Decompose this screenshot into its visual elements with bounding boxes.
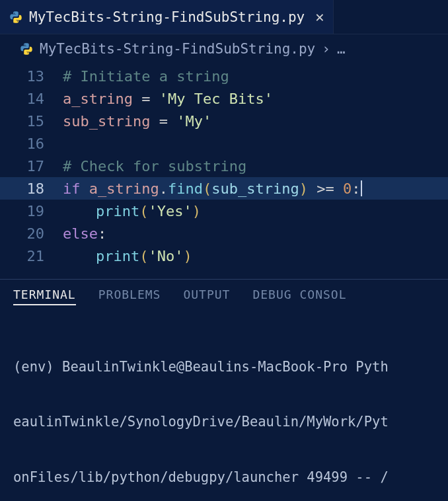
line-number: 13 (0, 68, 63, 85)
code-token-var: a_string (89, 180, 159, 197)
python-icon (9, 11, 22, 24)
code-token-keyword: else (63, 225, 98, 242)
code-line[interactable]: 14 a_string = 'My Tec Bits' (0, 87, 448, 110)
line-number: 19 (0, 203, 63, 219)
code-token-keyword: if (63, 180, 81, 197)
code-token-comment: # Initiate a string (63, 68, 229, 85)
tab-bar: MyTecBits-String-FindSubString.py ✕ (0, 0, 448, 34)
code-token-op: = (133, 91, 159, 107)
code-token-var: a_string (63, 91, 133, 107)
python-icon (20, 42, 33, 56)
line-number: 17 (0, 158, 63, 174)
code-token-string: 'My Tec Bits' (159, 91, 273, 107)
code-token-comment: # Check for substring (63, 158, 246, 174)
code-line[interactable]: 20 else: (0, 222, 448, 245)
text-cursor (361, 180, 362, 196)
bottom-panel: TERMINAL PROBLEMS OUTPUT DEBUG CONSOL (e… (0, 279, 448, 501)
code-token-string: 'Yes' (148, 203, 192, 219)
code-token-func: find (168, 180, 203, 197)
close-icon[interactable]: ✕ (315, 9, 324, 25)
code-line[interactable]: 16 (0, 132, 448, 155)
code-editor[interactable]: 13 # Initiate a string 14 a_string = 'My… (0, 62, 448, 279)
tab-label: MyTecBits-String-FindSubString.py (29, 9, 305, 25)
code-line[interactable]: 13 # Initiate a string (0, 65, 448, 87)
tab-debug-console[interactable]: DEBUG CONSOL (252, 288, 346, 305)
code-token-builtin: print (96, 248, 139, 264)
code-token-builtin: print (96, 203, 139, 219)
code-line[interactable]: 17 # Check for substring (0, 155, 448, 177)
breadcrumb-file[interactable]: MyTecBits-String-FindSubString.py (40, 41, 315, 57)
code-token-param: sub_string (211, 180, 299, 197)
terminal-output[interactable]: (env) BeaulinTwinkle@Beaulins-MacBook-Pr… (0, 312, 448, 501)
panel-tabs: TERMINAL PROBLEMS OUTPUT DEBUG CONSOL (0, 280, 448, 312)
tab-output[interactable]: OUTPUT (183, 288, 230, 305)
chevron-right-icon: › (322, 41, 330, 57)
code-line[interactable]: 15 sub_string = 'My' (0, 110, 448, 132)
code-line[interactable]: 21 print('No') (0, 245, 448, 267)
breadcrumb-more[interactable]: … (337, 41, 346, 57)
code-token-string: 'No' (148, 248, 183, 264)
tab-terminal[interactable]: TERMINAL (13, 288, 76, 305)
breadcrumb: MyTecBits-String-FindSubString.py › … (0, 34, 448, 62)
code-token-var: sub_string (63, 113, 150, 130)
line-number: 16 (0, 135, 63, 152)
editor-tab[interactable]: MyTecBits-String-FindSubString.py ✕ (0, 0, 334, 34)
code-token-op: = (150, 113, 176, 130)
code-line-active[interactable]: 18 if a_string.find(sub_string) >= 0: (0, 177, 448, 200)
line-number: 15 (0, 113, 63, 130)
terminal-line: eaulinTwinkle/SynologyDrive/Beaulin/MyWo… (13, 413, 435, 432)
line-number: 14 (0, 91, 63, 107)
code-line[interactable]: 19 print('Yes') (0, 200, 448, 222)
tab-problems[interactable]: PROBLEMS (98, 288, 161, 305)
code-token-number: 0 (343, 180, 352, 197)
terminal-line: (env) BeaulinTwinkle@Beaulins-MacBook-Pr… (13, 358, 435, 377)
terminal-line: onFiles/lib/python/debugpy/launcher 4949… (13, 469, 435, 487)
code-token-string: 'My' (176, 113, 211, 130)
line-number: 21 (0, 248, 63, 264)
line-number: 20 (0, 225, 63, 242)
line-number: 18 (0, 180, 63, 197)
